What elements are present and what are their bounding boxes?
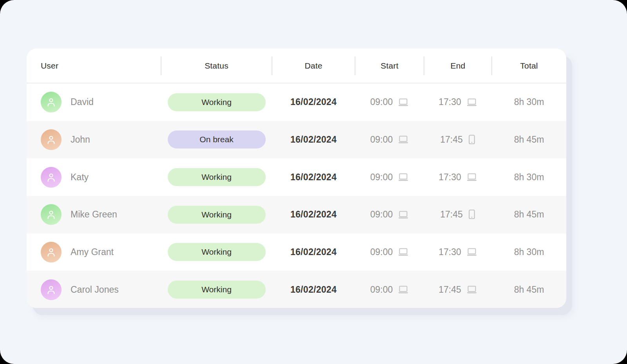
avatar	[41, 279, 62, 300]
laptop-icon	[398, 172, 409, 182]
end-device	[466, 98, 477, 107]
end-time: 17:45	[439, 284, 461, 295]
laptop-icon	[398, 247, 409, 257]
laptop-icon	[398, 210, 409, 219]
user-name: David	[71, 97, 94, 107]
total-value: 8h 30m	[514, 172, 544, 183]
start-time: 09:00	[370, 284, 393, 295]
user-cell: Katy	[27, 167, 161, 188]
start-device	[398, 172, 409, 182]
status-cell: Working	[161, 243, 272, 261]
laptop-icon	[398, 285, 409, 294]
date-cell: 16/02/2024	[272, 247, 355, 257]
laptop-icon	[398, 135, 409, 144]
status-badge: Working	[168, 206, 266, 224]
end-time: 17:45	[440, 134, 463, 145]
user-cell: David	[27, 92, 161, 112]
start-device	[398, 247, 409, 257]
total-cell: 8h 45m	[492, 209, 566, 220]
column-header-total: Total	[492, 49, 566, 83]
user-name: Amy Grant	[71, 247, 114, 257]
total-value: 8h 30m	[514, 247, 544, 257]
person-icon	[45, 96, 57, 108]
column-header-user: User	[27, 49, 161, 83]
status-cell: Working	[161, 206, 272, 224]
user-name: Carol Jones	[71, 284, 119, 295]
avatar	[41, 92, 62, 112]
date-cell: 16/02/2024	[272, 172, 355, 183]
status-badge: Working	[168, 168, 266, 186]
status-badge: Working	[168, 93, 266, 111]
person-icon	[45, 134, 57, 146]
status-badge: Working	[168, 243, 266, 261]
end-cell: 17:45	[424, 284, 492, 295]
end-cell: 17:30	[424, 247, 492, 257]
laptop-icon	[466, 98, 477, 107]
date-value: 16/02/2024	[290, 247, 337, 257]
date-cell: 16/02/2024	[272, 97, 355, 107]
user-cell: Mike Green	[27, 204, 161, 225]
laptop-icon	[466, 172, 477, 182]
end-time: 17:45	[440, 209, 463, 220]
laptop-icon	[466, 285, 477, 294]
status-cell: On break	[161, 130, 272, 148]
start-device	[398, 285, 409, 294]
end-cell: 17:30	[424, 97, 492, 107]
phone-icon	[468, 209, 476, 220]
total-cell: 8h 45m	[492, 134, 566, 145]
laptop-icon	[398, 98, 409, 107]
date-value: 16/02/2024	[290, 97, 337, 107]
end-cell: 17:45	[424, 134, 492, 145]
table-body: David Working 16/02/2024 09:00 17:30	[27, 83, 566, 308]
avatar	[41, 167, 62, 188]
column-header-status: Status	[161, 49, 272, 83]
start-cell: 09:00	[355, 247, 424, 257]
date-value: 16/02/2024	[290, 134, 337, 145]
table-row: John On break 16/02/2024 09:00 17:45	[27, 121, 566, 159]
person-icon	[45, 171, 57, 183]
start-device	[398, 98, 409, 107]
table-row: David Working 16/02/2024 09:00 17:30	[27, 83, 566, 121]
date-cell: 16/02/2024	[272, 284, 355, 295]
date-value: 16/02/2024	[290, 172, 337, 183]
total-cell: 8h 45m	[492, 284, 566, 295]
start-time: 09:00	[370, 209, 393, 220]
start-time: 09:00	[370, 247, 393, 257]
end-device	[466, 285, 477, 294]
start-device	[398, 210, 409, 219]
phone-icon	[468, 134, 476, 145]
person-icon	[45, 246, 57, 258]
table-header: User Status Date Start End Total	[27, 49, 566, 83]
column-header-date: Date	[272, 49, 355, 83]
table-row: Katy Working 16/02/2024 09:00 17:30	[27, 158, 566, 196]
table-row: Amy Grant Working 16/02/2024 09:00 17:30	[27, 234, 566, 271]
column-header-start: Start	[355, 49, 424, 83]
status-badge: On break	[168, 130, 266, 148]
date-cell: 16/02/2024	[272, 209, 355, 220]
end-time: 17:30	[439, 97, 461, 107]
user-cell: Carol Jones	[27, 279, 161, 300]
start-time: 09:00	[370, 134, 393, 145]
status-cell: Working	[161, 281, 272, 299]
person-icon	[45, 208, 57, 221]
date-cell: 16/02/2024	[272, 134, 355, 145]
status-badge: Working	[168, 281, 266, 299]
total-value: 8h 45m	[514, 134, 544, 145]
start-time: 09:00	[370, 172, 393, 183]
page-background: User Status Date Start End Total David W…	[0, 0, 627, 364]
end-cell: 17:45	[424, 209, 492, 220]
total-cell: 8h 30m	[492, 172, 566, 183]
user-name: Katy	[71, 172, 89, 183]
person-icon	[45, 284, 57, 296]
column-header-end: End	[424, 49, 492, 83]
avatar	[41, 242, 62, 263]
timesheet-card: User Status Date Start End Total David W…	[27, 49, 566, 308]
total-value: 8h 45m	[514, 209, 544, 220]
start-cell: 09:00	[355, 134, 424, 145]
start-cell: 09:00	[355, 172, 424, 183]
user-name: Mike Green	[71, 209, 117, 220]
total-cell: 8h 30m	[492, 97, 566, 107]
table-row: Mike Green Working 16/02/2024 09:00 17:4…	[27, 196, 566, 234]
start-device	[398, 135, 409, 144]
end-device	[468, 134, 476, 145]
